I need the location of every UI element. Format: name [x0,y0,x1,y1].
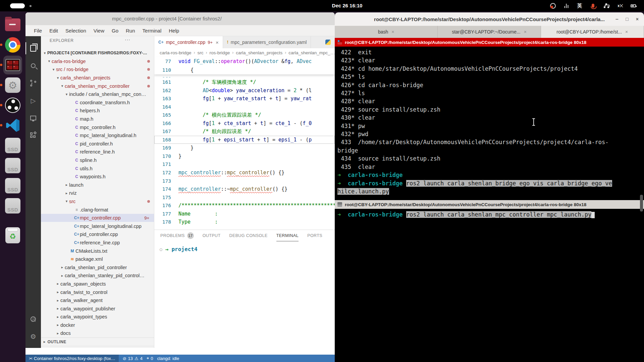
tab-close-icon[interactable]: × [391,29,394,35]
tree-item[interactable]: Cspline.h [41,156,154,165]
tree-item[interactable]: ▾src / ros-bridge [41,65,154,74]
tree-item[interactable]: C+pid_controller.cpp [41,230,154,239]
code-line[interactable]: 161 /* 车辆横摆角速度 */ [154,78,335,86]
tree-item[interactable]: ▸rviz [41,189,154,197]
terminal-pane-top[interactable]: 422 exit 423* clear 424* cd home/star/De… [335,47,644,200]
breadcrumb[interactable]: carla-ros-bridge›src›ros-bridge›carla_sh… [154,48,335,57]
tree-item[interactable]: C+mpc_lateral_longitudinal.cpp [41,222,154,230]
dock-vscode[interactable] [3,116,22,135]
source-control-icon[interactable] [25,74,41,92]
input-method-icon[interactable]: 英 [576,2,583,9]
tree-item[interactable]: Cmpc_lateral_longitudinal.h [41,131,154,140]
terminal-tab[interactable]: bash× [335,26,438,38]
code-line[interactable]: 169 } [154,144,335,152]
breadcrumb-item[interactable]: carla-ros-bridge [160,50,192,55]
tree-item[interactable]: ▸carla_waypoint_publisher [41,304,154,313]
menu-file[interactable]: File [30,28,46,34]
tree-item[interactable]: Chelpers.h [41,107,154,115]
tree-item[interactable]: ▸docker [41,321,154,329]
breadcrumb-item[interactable]: carla_shenlan_projects [236,50,282,55]
menu-help[interactable]: Help [165,28,183,34]
code-line[interactable]: 170} [154,152,335,161]
code-editor[interactable]: 161 /* 车辆横摆角速度 */162 AD<double> yaw_acce… [154,77,335,226]
editor-tab[interactable]: C+mpc_controller.cpp9+× [154,36,223,48]
code-line[interactable]: 77void FG_eval::operator()(ADvector &fg,… [154,57,335,66]
code-line[interactable]: 171 [154,160,335,169]
explorer-section-timeline[interactable]: ▸TIMELINE [41,346,154,348]
panel-tab-terminal[interactable]: TERMINAL [276,230,299,241]
bar-chart-icon[interactable] [563,2,570,9]
tree-item[interactable]: Cmpc_controller.h [41,123,154,131]
tree-item[interactable]: ▸docs [41,329,154,338]
code-line[interactable]: 167 /* 航向跟踪误差 */ [154,127,335,136]
tree-item[interactable]: ▸carla_waypoint_types [41,313,154,321]
tree-item[interactable]: ▸carla_shenlan_stanley_pid_control… [41,272,154,280]
tree-item[interactable]: ▾carla-ros-bridge [41,57,154,66]
tree-item[interactable]: ≋package.xml [41,255,154,263]
remote-indicator[interactable]: >< Container fishros2/ros:foxy-desktop (… [25,355,119,362]
breadcrumb-item[interactable]: carla_shenlan_mpc_… [288,50,335,55]
menu-terminal[interactable]: Terminal [139,28,165,34]
tree-item[interactable]: C+mpc_controller.cpp9+ [41,214,154,222]
code-line[interactable]: 165 /* 横向位置跟踪误差 */ [154,111,335,119]
terminal-tab[interactable]: star@CBY-LAPTOP:~/Docume...× [438,26,541,38]
code-line[interactable]: 164 [154,103,335,111]
manage-gear-icon[interactable]: ⚙ [25,328,41,345]
code-line[interactable]: 168 fg[1 + epsi_start + t] = epsi_1 - (p [154,136,335,144]
tree-item[interactable]: ≡.clang-format [41,205,154,214]
menu-go[interactable]: Go [108,28,122,34]
problems-summary[interactable]: ⊘ 13 ⚠ 4 [123,356,143,361]
search-icon[interactable] [25,57,41,74]
menu-view[interactable]: View [90,28,108,34]
tab-close-icon[interactable]: × [216,40,219,45]
minimize-button[interactable]: ‒ [616,16,619,22]
pane-grabber-icon[interactable] [337,202,342,207]
extensions-icon[interactable] [25,127,41,144]
terminal-pane-bottom[interactable]: ➜ carla-ros-bridge ros2 launch carla_she… [335,209,644,219]
account-icon[interactable] [25,310,41,328]
explorer-section-outline[interactable]: ▸OUTLINE [41,338,154,346]
pane-grabber-icon[interactable] [337,40,342,45]
dock-file-manager[interactable] [3,15,22,34]
tree-item[interactable]: ▸carla_twist_to_control [41,288,154,296]
dock-ssd-4[interactable]: SSD [3,196,22,215]
dock-ssd-2[interactable]: SSD [3,156,22,175]
code-line[interactable]: 166 fg[1 + cte_start + t] = cte_1 - (f_0 [154,119,335,128]
dock-chrome[interactable] [3,36,22,54]
pane-title-focused[interactable]: root@CBY-LAPTOP:/home/star/Desktop/Auton… [335,38,644,47]
dock-settings[interactable]: ⚙ [3,76,22,95]
breadcrumb-item[interactable]: ros-bridge [210,50,230,55]
tree-item[interactable]: ▾carla_shenlan_mpc_controller [41,82,154,90]
panel-tab-output[interactable]: OUTPUT [203,230,221,241]
explorer-actions-icon[interactable]: ··· [125,37,130,42]
terminal-tab[interactable]: root@CBY-LAPTOP:/home/st...× [541,26,644,38]
activities-pill[interactable] [10,3,25,8]
integrated-terminal[interactable]: ○ → project4 [154,241,335,252]
vscode-title-bar[interactable]: mpc_controller.cpp - project4 [Container… [25,12,335,25]
breadcrumb-item[interactable]: src [198,50,204,55]
code-line[interactable]: 177Name : [154,210,335,218]
code-line[interactable]: 163 fg[1 + yaw_rate_start + t] = yaw_rat [154,95,335,103]
system-tray[interactable]: 英 🕨✕ [549,0,637,11]
network-nodes-icon[interactable] [603,2,610,9]
screen-recorder-icon[interactable] [549,2,556,9]
tree-item[interactable]: C+reference_line.cpp [41,239,154,247]
terminal-scrollbar[interactable] [640,60,643,211]
tree-item[interactable]: ▾src [41,197,154,206]
explorer-icon[interactable] [25,40,41,57]
tab-close-icon[interactable]: × [625,29,628,35]
code-line[interactable]: 178Type : [154,218,335,226]
code-line[interactable]: 175 [154,193,335,202]
tree-item[interactable]: ▸launch [41,181,154,189]
tree-item[interactable]: ▾carla_shenlan_projects [41,74,154,82]
microphone-icon[interactable] [590,2,596,9]
battery-icon[interactable] [630,2,637,9]
tree-item[interactable]: ▾include / carla_shenlan_mpc_con… [41,90,154,99]
dock-terminator[interactable] [3,56,22,74]
editor-tab[interactable]: !mpc_parameters_configuration.yaml [223,36,311,48]
panel-tab-debug-console[interactable]: DEBUG CONSOLE [229,230,267,241]
dock-obs[interactable] [3,96,22,115]
tree-item[interactable]: Cutils.h [41,164,154,173]
tree-item[interactable]: ▾PROJECT4 [CONTAINER FISHROS2/ROS:FOXY-… [41,49,154,57]
code-line[interactable]: 176/************************************… [154,201,335,210]
